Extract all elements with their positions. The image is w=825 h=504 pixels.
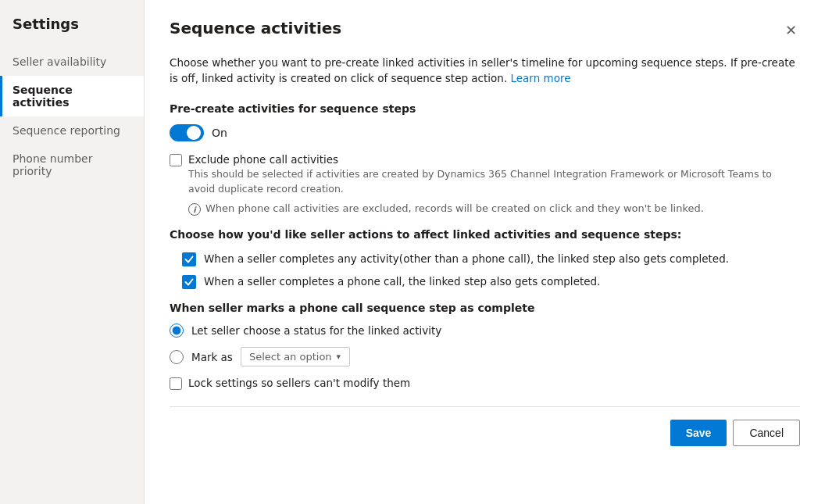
mark-as-dropdown[interactable]: Select an option ▾ [241,347,350,366]
dropdown-placeholder: Select an option [249,351,332,363]
lock-settings-label[interactable]: Lock settings so sellers can't modify th… [188,376,410,391]
radio-let-seller[interactable] [170,323,184,338]
cancel-button[interactable]: Cancel [733,420,800,446]
close-button[interactable]: ✕ [782,19,800,42]
exclude-subtext: This should be selected if activities ar… [188,168,772,195]
sidebar-item-sequence-reporting[interactable]: Sequence reporting [0,116,144,145]
pre-create-title: Pre-create activities for sequence steps [170,102,800,115]
choose-option-1-row: When a seller completes any activity(oth… [182,252,800,266]
mark-as-row: Mark as Select an option ▾ [191,347,350,366]
choose-option-1-checkbox[interactable] [182,252,196,266]
phone-call-section: When seller marks a phone call sequence … [170,302,800,366]
choose-question: Choose how you'd like seller actions to … [170,228,800,241]
choose-option-2-row: When a seller completes a phone call, th… [182,274,800,289]
radio-let-seller-label[interactable]: Let seller choose a status for the linke… [191,324,441,337]
info-icon: i [188,203,201,216]
bottom-bar: Save Cancel [170,406,800,446]
exclude-phone-label[interactable]: Exclude phone call activities This shoul… [188,152,800,197]
sidebar-title: Settings [0,16,144,48]
choose-option-2-checkbox[interactable] [182,275,196,289]
info-text: When phone call activities are excluded,… [205,202,704,214]
save-button[interactable]: Save [670,420,727,446]
choose-option-1-label: When a seller completes any activity(oth… [204,252,729,266]
chevron-down-icon: ▾ [337,352,341,362]
info-row: i When phone call activities are exclude… [188,202,800,216]
dialog-header: Sequence activities ✕ [170,19,800,42]
lock-settings-checkbox[interactable] [170,377,182,390]
sidebar: Settings Seller availability Sequence ac… [0,0,145,504]
toggle-label: On [212,127,227,139]
toggle-row: On [170,124,800,141]
phone-call-section-title: When seller marks a phone call sequence … [170,302,800,314]
learn-more-link[interactable]: Learn more [510,72,570,84]
lock-checkbox-row: Lock settings so sellers can't modify th… [170,376,800,391]
description-text: Choose whether you want to pre-create li… [170,55,800,87]
radio-mark-as-row: Mark as Select an option ▾ [170,347,800,366]
radio-let-seller-row: Let seller choose a status for the linke… [170,323,800,338]
sidebar-item-phone-number-priority[interactable]: Phone number priority [0,145,144,185]
mark-as-label[interactable]: Mark as [191,351,233,363]
main-content: Sequence activities ✕ Choose whether you… [145,0,825,504]
sidebar-item-sequence-activities[interactable]: Sequence activities [0,76,144,116]
choose-option-2-label: When a seller completes a phone call, th… [204,274,600,289]
exclude-phone-checkbox[interactable] [170,154,182,166]
radio-mark-as[interactable] [170,350,184,364]
exclude-checkbox-row: Exclude phone call activities This shoul… [170,152,800,197]
pre-create-toggle[interactable] [170,124,204,141]
sidebar-item-seller-availability[interactable]: Seller availability [0,48,144,76]
dialog-title: Sequence activities [170,19,341,38]
description-main: Choose whether you want to pre-create li… [170,56,795,84]
